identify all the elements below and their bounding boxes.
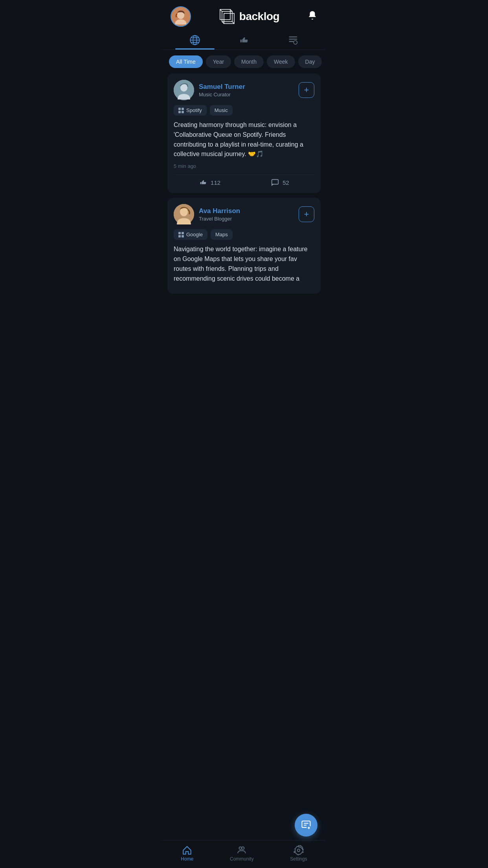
tag-spotify[interactable]: Spotify xyxy=(174,105,207,116)
post-avatar xyxy=(174,204,194,224)
post-avatar xyxy=(174,80,194,100)
app-header: backlog xyxy=(163,0,325,31)
like-count: 112 xyxy=(211,179,220,186)
grid-icon xyxy=(178,232,184,237)
tab-likes[interactable] xyxy=(220,35,269,50)
post-username: Ava Harrison xyxy=(199,207,240,215)
tab-profile[interactable] xyxy=(268,35,317,50)
post-role: Music Curator xyxy=(199,92,245,97)
post-actions: 112 52 xyxy=(174,175,314,187)
svg-rect-15 xyxy=(289,39,297,40)
tag-label: Google xyxy=(186,232,203,237)
svg-rect-16 xyxy=(289,41,294,42)
notifications-button[interactable] xyxy=(307,10,317,23)
comment-count: 52 xyxy=(283,179,289,186)
filter-week[interactable]: Week xyxy=(267,55,295,68)
post-text: Creating harmony through music: envision… xyxy=(174,120,314,159)
tag-label: Maps xyxy=(215,232,228,237)
tag-label: Spotify xyxy=(186,107,202,113)
post-time: 5 min ago xyxy=(174,163,314,169)
svg-rect-2 xyxy=(222,11,232,22)
post-tags: Google Maps xyxy=(174,229,314,240)
filter-row: All Time Year Month Week Day xyxy=(163,50,325,74)
svg-rect-14 xyxy=(289,37,297,37)
filter-month[interactable]: Month xyxy=(234,55,264,68)
post-card: Samuel Turner Music Curator + Spotify Mu… xyxy=(167,74,321,193)
tab-global[interactable] xyxy=(171,35,220,50)
post-user-details: Samuel Turner Music Curator xyxy=(199,83,245,97)
tag-google[interactable]: Google xyxy=(174,229,207,240)
filter-year[interactable]: Year xyxy=(206,55,231,68)
tag-music[interactable]: Music xyxy=(210,105,233,116)
like-button[interactable]: 112 xyxy=(199,178,220,187)
tag-maps[interactable]: Maps xyxy=(211,229,233,240)
post-add-button[interactable]: + xyxy=(299,206,314,222)
post-text: Navigating the world together: imagine a… xyxy=(174,245,314,283)
svg-rect-20 xyxy=(272,180,279,184)
app-logo: backlog xyxy=(219,8,279,25)
logo-icon xyxy=(219,8,235,25)
user-avatar[interactable] xyxy=(171,6,191,27)
grid-icon xyxy=(178,108,184,113)
post-header: Samuel Turner Music Curator + xyxy=(174,80,314,100)
post-header: Ava Harrison Travel Blogger + xyxy=(174,204,314,224)
svg-point-17 xyxy=(294,40,297,44)
post-user-info: Samuel Turner Music Curator xyxy=(174,80,245,100)
post-add-button[interactable]: + xyxy=(299,82,314,98)
filter-all-time[interactable]: All Time xyxy=(169,55,203,68)
post-user-info: Ava Harrison Travel Blogger xyxy=(174,204,240,224)
post-tags: Spotify Music xyxy=(174,105,314,116)
posts-feed: Samuel Turner Music Curator + Spotify Mu… xyxy=(163,74,325,294)
post-card: Ava Harrison Travel Blogger + Google Map… xyxy=(167,198,321,294)
comment-button[interactable]: 52 xyxy=(271,178,289,187)
post-user-details: Ava Harrison Travel Blogger xyxy=(199,207,240,222)
app-title: backlog xyxy=(239,10,279,23)
post-role: Travel Blogger xyxy=(199,216,240,222)
tab-bar xyxy=(163,31,325,50)
filter-day[interactable]: Day xyxy=(298,55,322,68)
tag-label: Music xyxy=(215,107,228,113)
post-username: Samuel Turner xyxy=(199,83,245,91)
svg-point-22 xyxy=(180,208,188,216)
